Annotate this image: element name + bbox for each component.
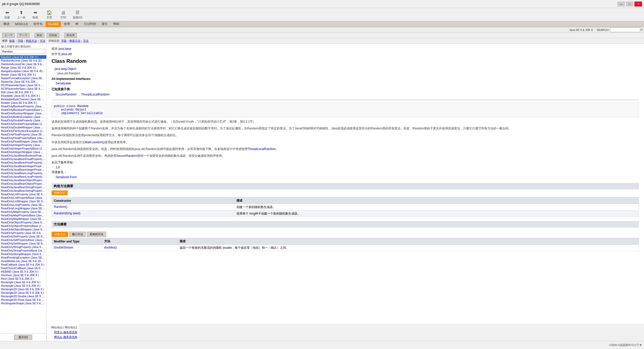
object-link[interactable]: java.lang.Object [55, 67, 76, 71]
list-item[interactable]: ReadOnlyJavaBeanFloatProperty (Jav... [0, 157, 46, 161]
subnav-noframes[interactable]: 无框架 [47, 33, 59, 38]
list-item[interactable]: ReadOnlyIntegerWrapper (Java SE 9 &... [0, 150, 46, 154]
list-item[interactable]: Rectangle2D (Java SE 9 & JDK 9 ) [0, 287, 46, 291]
list-item[interactable]: ReadOnlyJavaBeanIntegerPropertyBui... [0, 168, 46, 171]
list-item[interactable]: ReadOnlyStringPropertyBase (Java SE... [0, 249, 46, 252]
math-random-link[interactable]: Math.random() [85, 140, 105, 144]
list-item[interactable]: ReadOnlyJavaBeanStringProperty (Ja... [0, 185, 46, 189]
tab-use[interactable]: 使用 [61, 21, 72, 27]
list-item[interactable]: ReadOnlyStringProperty (Java SE 9 &... [0, 245, 46, 249]
tab-all-methods[interactable]: 所有方法 [52, 232, 68, 237]
securerandom-desc-link[interactable]: SecureRandom [116, 154, 137, 158]
list-item[interactable]: ReadOnlyFloatProperty (Java SE 9 &... [0, 133, 46, 136]
bc-nested[interactable]: 嵌套 [9, 39, 15, 43]
list-item[interactable]: Range (Java SE 9 & JDK 9 ) [0, 66, 46, 69]
list-item[interactable]: ReadOnlyListWrapper (Java SE 9 & JI... [0, 200, 46, 203]
list-item[interactable]: Raster (Java SE 9 & JDK 9 ) [0, 73, 46, 76]
list-item[interactable]: ReadOnlyFloatWrapper (Java SE 9 &... [0, 140, 46, 143]
securerandom-link[interactable]: SecureRandom [56, 93, 76, 96]
list-item[interactable]: Rdn (Java SE 9 & JDK 9 ) [0, 90, 46, 94]
subnav-frames[interactable]: 框架 [34, 33, 45, 38]
list-item[interactable]: ReadOnlyLongWrapper (Java SE 9 & JI... [0, 207, 46, 210]
list-item[interactable]: ReadOnlyObjectProperty (Java SE 9 &... [0, 221, 46, 224]
list-item[interactable]: ReadOnlyJavaBeanObjectPropertyBuil... [0, 182, 46, 185]
list-item[interactable]: ReadOnlyObjectPropertyBase (Java SI... [0, 224, 46, 228]
list-item[interactable]: ReadOnlyJavaBeanLongProperty (Java... [0, 171, 46, 175]
list-item[interactable]: RangeException (Java SE 9 & JDK 9 ) [0, 69, 46, 73]
list-item[interactable]: Reader (Java SE 9 & JDK 9 ) [0, 101, 46, 105]
tab-interface-methods[interactable]: 接口方法 [69, 232, 86, 237]
list-item[interactable]: ReadOnlySetProperty (Java SE 9 & JI... [0, 235, 46, 238]
list-item[interactable]: ReadOnlyListProperty (Java SE 9 &... [0, 192, 46, 196]
toolbar-back[interactable]: ⬅ 后退 [2, 10, 12, 19]
class-item-random[interactable]: Random (Java SE 9 & JDK 9 ) [0, 55, 46, 59]
package-link[interactable]: java.util [61, 52, 72, 56]
list-item[interactable]: ReadPendingException (Java SE 9 &... [0, 256, 46, 259]
subnav-allclasses[interactable]: 所有类 [64, 33, 77, 38]
ad-aliyun[interactable]: 阿里云-服务器优惠 [49, 330, 77, 334]
random-default-link[interactable]: Random() [54, 205, 67, 209]
ad-tencent[interactable]: 腾讯云-服务器优惠 [49, 335, 77, 339]
list-item[interactable]: ReadOnlySetPropertyBase (Java SE 9... [0, 238, 46, 242]
tab-module[interactable]: MODULE [13, 21, 30, 27]
random-seed-link[interactable]: Random(long seed) [54, 212, 80, 215]
module-link[interactable]: java.base [58, 47, 71, 51]
list-item[interactable]: RealChoiceCallback (Java SE 9 & JDI... [0, 266, 46, 270]
show-button[interactable]: 显示(D) [14, 335, 32, 340]
list-item[interactable]: ReadOnlyDoubleWrapper (Java SE 9 &... [0, 126, 46, 129]
threadlocalrandom-link[interactable]: ThreadLocalRandom [81, 93, 109, 96]
list-item[interactable]: RandomAccessFile (Java SE 9 & JDK 9... [0, 62, 46, 66]
list-item[interactable]: RasterOp (Java SE 9 & JDK... [0, 80, 46, 83]
list-item[interactable]: ReadOnlyMapProperty (Java SE 9 & JI... [0, 210, 46, 214]
list-item[interactable]: RectangularShape (Java SE 9 & JDK... [0, 302, 46, 305]
list-item[interactable]: RC5ParameterSpec (Java SE 9 & JDK... [0, 87, 46, 90]
list-item[interactable]: ReadOnlyMapWrapper (Java SE 9 & JDI... [0, 217, 46, 221]
doublestream-link[interactable]: DoubleStream [54, 246, 73, 249]
bc-field[interactable]: 字段 [18, 39, 23, 43]
list-item[interactable]: ReadOnlyFloatPropertyBase (Java SE... [0, 136, 46, 140]
minimize-button[interactable]: — [617, 2, 625, 7]
list-item[interactable]: RC2ParameterSpec (Java SE 9 & JDK... [0, 83, 46, 87]
list-item[interactable]: ReadOnlyMapPropertyBase (Java SE 9... [0, 214, 46, 217]
list-item[interactable]: ReadOnlyJavaBeanIntegerProperty (J... [0, 164, 46, 168]
list-item[interactable]: Readable (Java SE 9 & JDK 9 ) [0, 94, 46, 97]
list-item[interactable]: Rect (Java SE 9 & JDK 9 ) [0, 277, 46, 280]
constructor-filter-btn[interactable]: 构造方法 [52, 190, 68, 195]
list-item[interactable]: ReadOnlyBooleanProperty (Java SE 9... [0, 105, 46, 108]
bc-constr[interactable]: 构造方法 [26, 39, 37, 43]
list-item[interactable]: Rectangle (Java SE 9 & JDK 9 ) [0, 280, 46, 284]
tab-overview[interactable]: 概述 [1, 21, 12, 27]
close-button[interactable]: ✕ [634, 2, 642, 7]
list-item[interactable]: Receiver (Java SE 9 & JDK 9 ) [0, 273, 46, 277]
extends-link[interactable]: Object [75, 108, 86, 112]
list-item[interactable]: Rectangle (Java SE 9 & JDK 9 ) [0, 284, 46, 287]
list-item[interactable]: ReadOnlyListPropertyBase (Java SE... [0, 196, 46, 200]
list-item[interactable]: ReadWriteLock (Java SE 9 & JDK 9 ) [0, 259, 46, 263]
serialized-form-link[interactable]: Serialized Form [56, 175, 77, 179]
list-item[interactable]: ReadOnlyJavaBeanBooleanPropertyBui... [0, 154, 46, 157]
list-item[interactable]: ReadOnlyJavaBeanFloatPropertyBuild... [0, 161, 46, 164]
tab-class[interactable]: CLASS [46, 21, 61, 27]
list-item[interactable]: ReadOnlyFileSystemException (Java SE 9..… [0, 129, 46, 133]
list-item[interactable]: Rectangle2D.Float (Java SE 9 & JDK... [0, 298, 46, 302]
search-input[interactable] [1, 49, 45, 54]
threadlocalrandom-desc-link[interactable]: ThreadLocalRandom [248, 147, 276, 151]
list-item[interactable]: ReadOnlyBufferException (Java SE 9 &... [0, 115, 46, 119]
bc-detail-field[interactable]: 字段 [61, 39, 67, 43]
serializable-link[interactable]: Serializable [56, 82, 71, 85]
tab-index[interactable]: 索引 [99, 21, 110, 27]
subnav-next[interactable]: 下一个 [17, 33, 30, 38]
list-item[interactable]: RealCallback (Java SE 9 & JDK 9 ) [0, 263, 46, 266]
list-item[interactable]: ReadOnlyProperty (Java SE 9 & JDK... [0, 231, 46, 235]
list-item[interactable]: ReadableByteChannel (Java SE 9 & JDK... [0, 97, 46, 101]
list-item[interactable]: Rectangle2D (Java SE 9 & JDK 9 ) [0, 291, 46, 294]
list-item[interactable]: ReadOnlyBooleanWrapper (Java SE 9 &... [0, 112, 46, 115]
bc-detail-constr[interactable]: 构造方法 [69, 39, 80, 43]
toolbar-prev[interactable]: ⬆ 上一步 [16, 10, 26, 19]
search-close-button[interactable]: ✕ [640, 28, 643, 32]
doubles-link[interactable]: doubles() [104, 246, 117, 249]
bc-method[interactable]: 方法 [40, 39, 45, 43]
list-item[interactable]: ReadOnlyObjectWrapper (Java SE 9 &... [0, 228, 46, 231]
list-item[interactable]: ReadOnlyBooleanPropertyBase (Java SE... [0, 108, 46, 112]
toolbar-options[interactable]: ☰ 选项(O) [72, 10, 83, 19]
